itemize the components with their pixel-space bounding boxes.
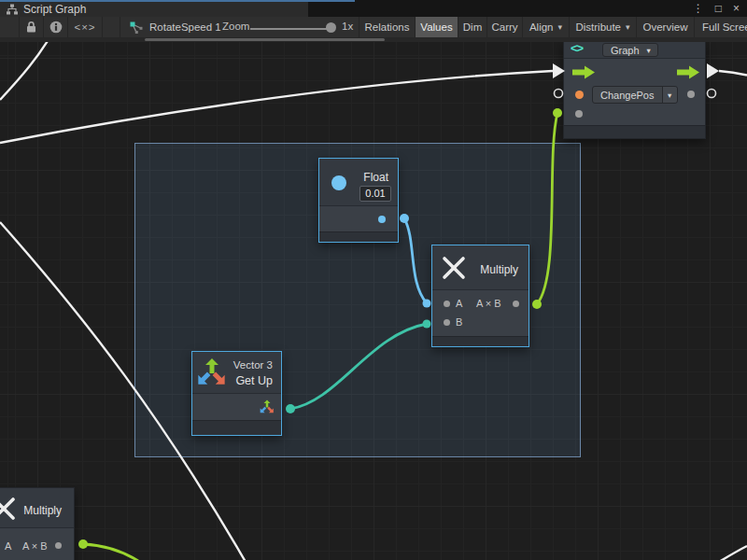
button-label: Relations [365,21,410,33]
value-wire-multiply2-output[interactable] [83,544,138,560]
float-node-title: Float [363,171,388,184]
multiply-node-partial[interactable]: Multiply A A × B [0,487,75,560]
flow-arrowhead-right [707,63,719,78]
multiply-input-a-label: A [456,298,462,309]
info-icon [49,21,63,34]
zoom-label: Zoom [222,21,249,32]
button-label: Values [420,21,452,33]
multiply-icon [442,256,466,280]
graph-toolbar: <×> RotateSpeed 1 Zoom 1x Values Relatio… [0,17,747,37]
wire-endpoint-dot [553,108,562,118]
float-value-input[interactable]: 0.01 [359,186,391,202]
chevron-down-icon: ▾ [647,46,657,55]
flow-wire-into-graph-node[interactable] [0,71,553,143]
changepos-dropdown[interactable]: ChangePos ▾ [592,86,678,104]
window-menu-icon[interactable]: ⋮ [693,1,704,16]
toolbar-button-align[interactable]: Align ▾ [522,17,569,37]
multiply-icon [0,497,16,521]
toolbar-button-relations[interactable]: Relations [359,17,415,37]
multiply-partial-output-port[interactable] [55,542,62,549]
toolbar-button-values[interactable]: Values [415,17,458,37]
tab-script-graph[interactable]: Script Graph [0,2,308,17]
multiply-output-label: A × B [476,298,501,309]
multiply-node-footer [432,336,529,346]
vector3-get-up-node[interactable]: Vector 3 Get Up [191,351,282,436]
unconnected-port-ring-left [555,90,563,98]
float-type-icon [331,175,346,190]
tab-title: Script Graph [23,3,86,16]
button-label: Distribute [575,21,621,33]
event-output-port[interactable] [687,91,695,98]
graph-event-node[interactable]: <> Graph ▾ ChangePos ▾ [563,42,706,139]
vector3-icon [197,357,227,387]
event-target-port[interactable] [575,91,584,99]
maximize-icon[interactable]: □ [715,1,722,16]
graph-node-header: <> Graph ▾ [564,42,705,59]
multiply-node-header: Multiply [432,245,529,290]
graph-dropdown-label: Graph [603,45,647,56]
close-icon[interactable]: × [733,1,740,16]
wire-endpoint-dot [78,539,88,549]
toolbar-button-distribute[interactable]: Distribute ▾ [569,17,636,37]
graph-reference-breadcrumb[interactable]: RotateSpeed 1 [120,17,221,37]
toolbar-button-dim[interactable]: Dim [458,17,486,37]
script-graph-window: Script Graph ⋮ □ × <×> [0,0,747,560]
window-controls: ⋮ □ × [693,1,740,16]
graph-node-icon [130,21,144,34]
zoom-slider-track[interactable] [250,28,332,30]
toolbar-button-full-screen[interactable]: Full Screen [694,17,747,37]
code-view-button[interactable]: <×> [67,17,103,37]
graph-chevrons-icon: <> [571,42,583,55]
vector3-output-port-icon[interactable] [260,399,275,414]
button-label: Dim [463,21,482,33]
multiply-input-b-port[interactable] [444,319,450,326]
button-label: Align [529,21,554,33]
chevron-down-icon: ▾ [558,22,563,32]
toolbar-button-overview[interactable]: Overview [636,17,694,37]
graph-dropdown[interactable]: Graph ▾ [602,43,658,57]
multiply-partial-header: Multiply [0,488,74,528]
graph-node-footer [564,125,705,138]
graph-reference-label: RotateSpeed 1 [149,21,221,33]
graph-hierarchy-icon [7,4,18,15]
button-label: Carry [491,21,517,33]
unconnected-port-ring-right [708,90,716,98]
lock-button[interactable] [19,17,43,37]
flow-wire-top-left[interactable] [0,42,50,100]
flow-wire-bottom-right[interactable] [719,546,747,560]
changepos-dropdown-value: ChangePos [593,90,662,101]
button-label: Full Screen [702,21,747,33]
multiply-partial-title: Multiply [23,504,62,517]
lock-icon [25,21,37,34]
vector3-node-footer [192,420,281,435]
float-node-footer [319,231,398,242]
multiply-partial-input-a-label: A [5,540,11,552]
info-button[interactable] [43,17,67,37]
multiply-node[interactable]: Multiply A A × B B [431,245,529,347]
vector3-node-subtitle: Get Up [235,374,273,387]
multiply-input-b-label: B [456,316,462,328]
zoom-slider-handle[interactable] [326,22,336,33]
chevron-down-icon: ▾ [626,22,630,32]
code-icon: <×> [74,21,95,33]
vector3-node-title: Vector 3 [233,359,273,371]
vector3-node-header: Vector 3 Get Up [192,352,281,394]
float-node[interactable]: Float 0.01 [318,158,399,243]
flow-output-arrow-icon[interactable] [677,65,700,79]
float-output-port[interactable] [378,216,386,223]
button-label: Overview [643,21,688,33]
multiply-node-title: Multiply [480,263,518,276]
flow-input-arrow-icon[interactable] [572,65,596,79]
flow-wire-out-of-graph-node[interactable] [719,71,747,76]
multiply-input-a-port[interactable] [444,301,450,307]
multiply-partial-output-label: A × B [22,540,48,552]
toolbar-button-carry[interactable]: Carry [486,17,522,37]
horizontal-scrollbar-thumb[interactable] [145,38,385,41]
tab-bar: Script Graph ⋮ □ × [0,0,747,17]
event-value-input-port[interactable] [575,110,583,118]
chevron-down-icon: ▾ [662,87,678,103]
zoom-value: 1x [342,21,353,32]
multiply-output-port[interactable] [513,301,519,307]
graph-canvas[interactable]: Float 0.01 Multiply A A × B B [0,42,747,560]
